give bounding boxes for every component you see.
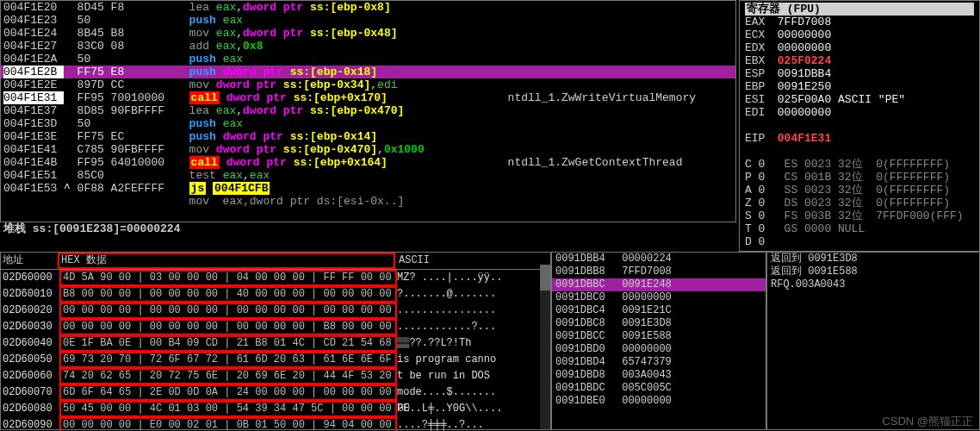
disasm-addr: 004F1E31 xyxy=(3,91,64,104)
disasm-addr: 004F1E2A xyxy=(3,53,64,66)
stack-row[interactable]: 0091DBDC 005C005C xyxy=(552,382,766,395)
disasm-comment: ntdll_1.ZwGetContextThread xyxy=(508,156,683,169)
disasm-row[interactable]: 004F1E2B FF75 E8push dword ptr ss:[ebp-0… xyxy=(1,66,735,78)
registers-body: EAX 7FFD7008ECX 00000000EDX 00000000EBX … xyxy=(745,16,974,248)
disasm-row[interactable]: 004F1E51 85C0test eax,eax xyxy=(1,169,735,182)
disassembly-pane[interactable]: 004F1E20 8D45 F8lea eax,dword ptr ss:[eb… xyxy=(0,0,736,222)
disasm-addr: 004F1E2B xyxy=(3,66,64,78)
stack-row[interactable]: 0091DBD4 65747379 xyxy=(552,356,766,369)
register-row: ECX 00000000 xyxy=(745,28,974,41)
hexdump-scrollbar[interactable] xyxy=(540,265,550,429)
hex-row[interactable]: 02D6009000 00 00 00 | E0 00 02 01 | 0B 0… xyxy=(1,417,550,431)
stack-info-line: 堆栈 ss:[0091E238]=00000224 xyxy=(0,222,736,240)
hex-ascii: ▒▒??.??L?!Th xyxy=(397,337,535,350)
disasm-instr: push dword ptr ss:[ebp-0x18] xyxy=(189,66,508,78)
hex-addr: 02D60050 xyxy=(3,353,59,366)
hex-row[interactable]: 02D60010B8 00 00 00 | 00 00 00 00 | 40 0… xyxy=(1,286,550,303)
register-row: ESP 0091DBB4 xyxy=(745,67,974,80)
registers-pane[interactable]: 寄存器 (FPU) EAX 7FFD7008ECX 00000000EDX 00… xyxy=(739,0,980,252)
hex-row[interactable]: 02D6006074 20 62 65 | 20 72 75 6E | 20 6… xyxy=(1,368,550,384)
disasm-row[interactable]: 004F1E4B FF95 64010000call dword ptr ss:… xyxy=(1,156,735,169)
flag-row: A 0 SS 0023 32位 0(FFFFFFFF) xyxy=(745,184,974,197)
disasm-row[interactable]: 004F1E2A 50push eax xyxy=(1,53,735,66)
stack-comment-row: RFQ.003A0043 xyxy=(767,278,979,291)
disasm-instr: add eax,0x8 xyxy=(189,40,508,53)
disasm-row[interactable]: 004F1E37 8D85 90FBFFFFlea eax,dword ptr … xyxy=(1,104,735,117)
disasm-bytes: FF95 70010000 xyxy=(78,91,189,104)
hexdump-pane[interactable]: 地址HEX 数据ASCII 02D600004D 5A 90 00 | 03 0… xyxy=(0,252,551,430)
hex-ascii: t be run in DOS xyxy=(397,370,535,383)
disasm-instr: mov dword ptr ss:[ebp-0x470],0x1000 xyxy=(189,143,508,156)
hex-addr: 02D60010 xyxy=(3,288,59,301)
stack-row[interactable]: 0091DBC8 0091E3D8 xyxy=(552,317,766,330)
hex-row[interactable]: 02D600706D 6F 64 65 | 2E 0D 0D 0A | 24 0… xyxy=(1,384,550,401)
stack-comment-pane[interactable]: 返回到 0091E3D8返回到 0091E588RFQ.003A0043 xyxy=(766,252,980,430)
scrollbar-thumb[interactable] xyxy=(540,265,550,290)
disasm-addr: 004F1E23 xyxy=(3,14,64,27)
hex-row[interactable]: 02D600400E 1F BA 0E | 00 B4 09 CD | 21 B… xyxy=(1,335,550,352)
disasm-row[interactable]: 004F1E31 FF95 70010000call dword ptr ss:… xyxy=(1,91,735,104)
hex-addr: 02D60070 xyxy=(3,386,59,399)
disasm-bytes: FF75 E8 xyxy=(78,66,189,78)
hex-addr: 02D60060 xyxy=(3,370,59,383)
hex-bytes: 6D 6F 64 65 | 2E 0D 0D 0A | 24 00 00 00 … xyxy=(59,384,397,401)
stack-row[interactable]: 0091DBC4 0091E21C xyxy=(552,304,766,317)
disasm-row[interactable]: mov eax,dword ptr ds:[esi-0x..] xyxy=(1,195,735,208)
disasm-row[interactable]: 004F1E20 8D45 F8lea eax,dword ptr ss:[eb… xyxy=(1,1,735,14)
hex-addr: 02D60030 xyxy=(3,321,59,334)
register-row: EDX 00000000 xyxy=(745,41,974,54)
hex-row[interactable]: 02D6002000 00 00 00 | 00 00 00 00 | 00 0… xyxy=(1,303,550,319)
disasm-bytes: 83C0 08 xyxy=(78,40,189,53)
disasm-addr: 004F1E51 xyxy=(3,169,64,182)
hex-bytes: 00 00 00 00 | E0 00 02 01 | 0B 01 50 00 … xyxy=(59,417,397,431)
flag-row: T 0 GS 0000 NULL xyxy=(745,222,974,235)
hex-bytes: 50 45 00 00 | 4C 01 03 00 | 54 39 34 47 … xyxy=(59,401,397,417)
disasm-instr: call dword ptr ss:[ebp+0x164] xyxy=(189,156,508,169)
hex-row[interactable]: 02D6003000 00 00 00 | 00 00 00 00 | 00 0… xyxy=(1,319,550,335)
flag-row: S 0 FS 003B 32位 7FFDF000(FFF) xyxy=(745,209,974,222)
disasm-row[interactable]: 004F1E3D 50push eax xyxy=(1,117,735,130)
disasm-row[interactable]: 004F1E2E 897D CCmov dword ptr ss:[ebp-0x… xyxy=(1,78,735,91)
disasm-addr: 004F1E37 xyxy=(3,104,64,117)
stack-row[interactable]: 0091DBE0 00000000 xyxy=(552,395,766,408)
disasm-row[interactable]: 004F1E24 8B45 B8mov eax,dword ptr ss:[eb… xyxy=(1,27,735,40)
hex-ascii: ............?... xyxy=(397,321,535,334)
disasm-bytes: 50 xyxy=(78,53,189,66)
disasm-row[interactable]: 004F1E27 83C0 08add eax,0x8 xyxy=(1,40,735,53)
stack-row[interactable]: 0091DBD8 003A0043 xyxy=(552,369,766,382)
disasm-addr: 004F1E41 xyxy=(3,143,64,156)
hexdump-body: 02D600004D 5A 90 00 | 03 00 00 00 | 04 0… xyxy=(1,270,550,431)
stack-row[interactable]: 0091DBC0 00000000 xyxy=(552,291,766,304)
hex-row[interactable]: 02D600004D 5A 90 00 | 03 00 00 00 | 04 0… xyxy=(1,270,550,286)
stack-pane[interactable]: 0091DBB4 000002240091DBB8 7FFD70080091DB… xyxy=(551,252,766,430)
disasm-bytes: 8B45 B8 xyxy=(78,27,189,40)
disasm-bytes: 50 xyxy=(78,117,189,130)
stack-row[interactable]: 0091DBB4 00000224 xyxy=(552,253,766,265)
hex-ascii: MZ? ....|....ÿÿ.. xyxy=(397,272,535,284)
disasm-row[interactable]: 004F1E53^ 0F88 A2FEFFFFjs 004F1CFB xyxy=(1,182,735,195)
stack-row[interactable]: 0091DBCC 0091E588 xyxy=(552,330,766,343)
disasm-instr: mov eax,dword ptr ds:[esi-0x..] xyxy=(189,195,508,208)
stack-comment-row: 返回到 0091E3D8 xyxy=(767,253,979,265)
stack-row[interactable]: 0091DBBC 0091E248 xyxy=(552,278,766,291)
hex-row[interactable]: 02D6008050 45 00 00 | 4C 01 03 00 | 54 3… xyxy=(1,401,550,417)
stack-row[interactable]: 0091DBB8 7FFD7008 xyxy=(552,265,766,278)
registers-title: 寄存器 (FPU) xyxy=(745,3,974,16)
disasm-instr: lea eax,dword ptr ss:[ebp-0x470] xyxy=(189,104,508,117)
disasm-bytes: FF75 EC xyxy=(78,130,189,143)
disasm-instr: js 004F1CFB xyxy=(189,182,508,195)
disasm-addr: 004F1E3E xyxy=(3,130,64,143)
disasm-row[interactable]: 004F1E3E FF75 ECpush dword ptr ss:[ebp-0… xyxy=(1,130,735,143)
watermark: CSDN @熊猫正正 xyxy=(882,415,973,428)
disasm-instr: mov dword ptr ss:[ebp-0x34],edi xyxy=(189,78,508,91)
register-row: EDI 00000000 xyxy=(745,106,974,119)
disasm-bytes: 8D45 F8 xyxy=(78,1,189,14)
flag-row: D 0 xyxy=(745,235,974,248)
hex-row[interactable]: 02D6005069 73 20 70 | 72 6F 67 72 | 61 6… xyxy=(1,352,550,368)
disasm-instr: push eax xyxy=(189,14,508,27)
hex-bytes: 4D 5A 90 00 | 03 00 00 00 | 04 00 00 00 … xyxy=(59,270,397,286)
stack-row[interactable]: 0091DBD0 00000000 xyxy=(552,343,766,356)
disasm-bytes: 50 xyxy=(78,14,189,27)
disasm-row[interactable]: 004F1E23 50push eax xyxy=(1,14,735,27)
disasm-row[interactable]: 004F1E41 C785 90FBFFFFmov dword ptr ss:[… xyxy=(1,143,735,156)
